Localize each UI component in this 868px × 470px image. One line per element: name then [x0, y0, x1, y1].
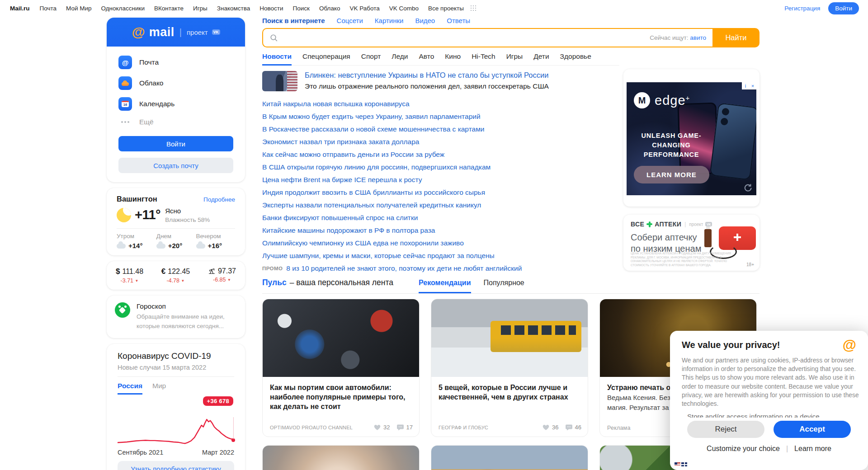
- language-selector[interactable]: [675, 462, 687, 466]
- news-link[interactable]: В Крым можно будет ездить через Украину,…: [262, 113, 481, 121]
- news-link[interactable]: Экономист назвал три признака заката дол…: [262, 138, 419, 146]
- news-link[interactable]: Лучшие шампуни, кремы и маски, которые с…: [262, 252, 495, 260]
- edge-ad-banner[interactable]: i × M edge+ UNLEASH GAME-CHANGING PERFOR…: [627, 82, 756, 195]
- edge-plus: +: [686, 94, 690, 102]
- search-tabs: Поиск в интернетеСоцсетиКартинкиВидеоОтв…: [262, 17, 470, 24]
- logo-separator: |: [684, 221, 686, 227]
- search-tab[interactable]: Ответы: [447, 17, 470, 24]
- search-hint: Сейчас ищут: авито: [650, 34, 706, 41]
- sidebar-login-button[interactable]: Войти: [118, 136, 233, 151]
- pulse-card[interactable]: Как мы портим свои автомобили: наиболее …: [262, 299, 420, 437]
- topnav-item[interactable]: Почта: [40, 5, 57, 12]
- customize-choice-link[interactable]: Customize your choice: [707, 445, 780, 453]
- weather-widget[interactable]: Вашингтон Подробнее +11° Ясно Влажность …: [107, 188, 245, 255]
- pulse-title-link[interactable]: Пульс: [262, 278, 287, 287]
- news-tab[interactable]: Спорт: [361, 52, 381, 61]
- search-input[interactable]: [283, 33, 646, 42]
- currency-widget[interactable]: $111.48-3.71 ▼€122.45-4.78 ▼97.37-6.85 ▼: [107, 261, 245, 290]
- topnav-item[interactable]: Новости: [259, 5, 283, 12]
- news-tab[interactable]: Спецоперация: [302, 52, 350, 61]
- covid-tab[interactable]: Мир: [152, 382, 166, 395]
- search-tab[interactable]: Картинки: [375, 17, 404, 24]
- pulse-tab[interactable]: Популярное: [484, 279, 524, 287]
- news-link[interactable]: В Роскачестве рассказали о новой схеме м…: [262, 125, 485, 133]
- pulse-card[interactable]: [262, 445, 420, 470]
- horoscope-widget[interactable]: Гороскоп Обращайте внимание на идеи, кот…: [107, 296, 245, 338]
- apps-grid-icon[interactable]: [471, 5, 476, 11]
- news-tab[interactable]: Hi-Tech: [472, 52, 495, 61]
- weather-times: Утром+14°Днем+20°Вечером+16°: [117, 233, 235, 249]
- sidebar-item-more[interactable]: Ещё: [107, 114, 245, 130]
- topnav-item[interactable]: Поиск: [292, 5, 309, 12]
- topnav-item[interactable]: Одноклассники: [101, 5, 145, 12]
- topnav-item[interactable]: Все проекты: [428, 5, 464, 12]
- news-link[interactable]: Банки фиксируют повышенный спрос на слит…: [262, 214, 418, 222]
- news-tab[interactable]: Игры: [506, 52, 523, 61]
- promo-news-link[interactable]: 8 из 10 родителей не знают этого, поэтом…: [286, 264, 522, 273]
- ad-info-icon[interactable]: i: [742, 82, 749, 89]
- news-link[interactable]: Китайские машины подорожают в РФ в полто…: [262, 226, 435, 235]
- learn-more-button[interactable]: LEARN MORE: [634, 166, 709, 183]
- comment-icon[interactable]: [396, 423, 404, 431]
- topnav-item[interactable]: ВКонтакте: [154, 5, 184, 12]
- pulse-tab[interactable]: Рекомендации: [419, 279, 471, 287]
- links-separator: |: [786, 445, 788, 453]
- create-mail-button[interactable]: Создать почту: [118, 158, 233, 173]
- topnav-item[interactable]: VK Работа: [349, 5, 379, 12]
- news-link[interactable]: Китай накрыла новая вспышка коронавируса: [262, 100, 410, 108]
- search-tab[interactable]: Соцсети: [337, 17, 363, 24]
- weather-more-link[interactable]: Подробнее: [203, 196, 235, 203]
- mailru-logo-link[interactable]: Mail.ru: [10, 5, 30, 12]
- comment-icon[interactable]: [565, 423, 573, 431]
- rate-item: €122.45-4.78 ▼: [161, 267, 190, 284]
- news-tab[interactable]: Новости: [262, 52, 292, 61]
- learn-more-link[interactable]: Learn more: [794, 445, 831, 453]
- register-link[interactable]: Регистрация: [784, 5, 820, 12]
- mail-logo[interactable]: @ mail | проект VK: [107, 18, 245, 47]
- lead-news-item[interactable]: Блинкен: невступление Украины в НАТО не …: [262, 71, 619, 91]
- news-link[interactable]: Эксперты назвали потенциальных получател…: [262, 201, 481, 209]
- heart-icon[interactable]: [373, 423, 381, 431]
- oil-pump-icon: [208, 267, 216, 275]
- login-button-top[interactable]: Войти: [828, 2, 859, 14]
- pulse-card-source: OPTIMAVOD PROAUTO CHANNEL: [270, 425, 373, 430]
- topnav-item[interactable]: VK Combo: [389, 5, 419, 12]
- news-tab[interactable]: Авто: [419, 52, 434, 61]
- search-hint-value[interactable]: авито: [690, 34, 706, 41]
- covid-tab[interactable]: Россия: [118, 382, 142, 395]
- covid-stats-button[interactable]: Узнать подробную статистику: [118, 461, 234, 470]
- covid-badge: +36 678: [203, 396, 233, 406]
- accept-button[interactable]: Accept: [774, 421, 851, 438]
- weather-time-temp: +14°: [128, 242, 142, 249]
- ad-close-icon[interactable]: ×: [749, 82, 756, 89]
- sidebar-item-cloud[interactable]: Облако: [107, 73, 245, 94]
- topnav-item[interactable]: Знакомства: [217, 5, 250, 12]
- news-tab[interactable]: Дети: [533, 52, 549, 61]
- sidebar-item-mail[interactable]: @Почта: [107, 52, 245, 73]
- topnav-item[interactable]: Игры: [193, 5, 208, 12]
- search-submit-button[interactable]: Найти: [712, 28, 760, 47]
- mail-at-icon: @: [132, 25, 145, 39]
- news-link[interactable]: Олимпийскую чемпионку из США едва не пох…: [262, 239, 464, 247]
- cloud-app-icon: [118, 76, 132, 90]
- lead-news-title[interactable]: Блинкен: невступление Украины в НАТО не …: [305, 71, 549, 80]
- sidebar-item-calendar[interactable]: 16Календарь: [107, 94, 245, 114]
- news-link[interactable]: В США открыли горячую линию для россиян,…: [262, 163, 491, 171]
- topnav-item[interactable]: Мой Мир: [66, 5, 92, 12]
- dollar-icon: $: [116, 267, 120, 276]
- news-link[interactable]: Индия продолжит ввозить в США бриллианты…: [262, 188, 485, 197]
- news-link[interactable]: Как сейчас можно отправить деньги из Рос…: [262, 150, 444, 159]
- news-tab[interactable]: Леди: [392, 52, 408, 61]
- topnav-item[interactable]: Облако: [319, 5, 340, 12]
- news-link[interactable]: Цена нефти Brent на бирже ICE перешла к …: [262, 176, 422, 184]
- ad-card-apteki[interactable]: ВСЕ АПТЕКИ | проект VK Собери аптечку по…: [623, 215, 760, 271]
- news-tab[interactable]: Здоровье: [560, 52, 591, 61]
- pulse-card[interactable]: 5 вещей, которые в России лучше и качест…: [431, 299, 588, 437]
- ad-refresh-icon[interactable]: [743, 183, 753, 193]
- news-tab[interactable]: Кино: [445, 52, 461, 61]
- reject-button[interactable]: Reject: [687, 421, 764, 438]
- pulse-card[interactable]: [431, 445, 588, 470]
- heart-icon[interactable]: [542, 423, 550, 431]
- search-tab[interactable]: Поиск в интернете: [262, 17, 325, 24]
- search-tab[interactable]: Видео: [415, 17, 435, 24]
